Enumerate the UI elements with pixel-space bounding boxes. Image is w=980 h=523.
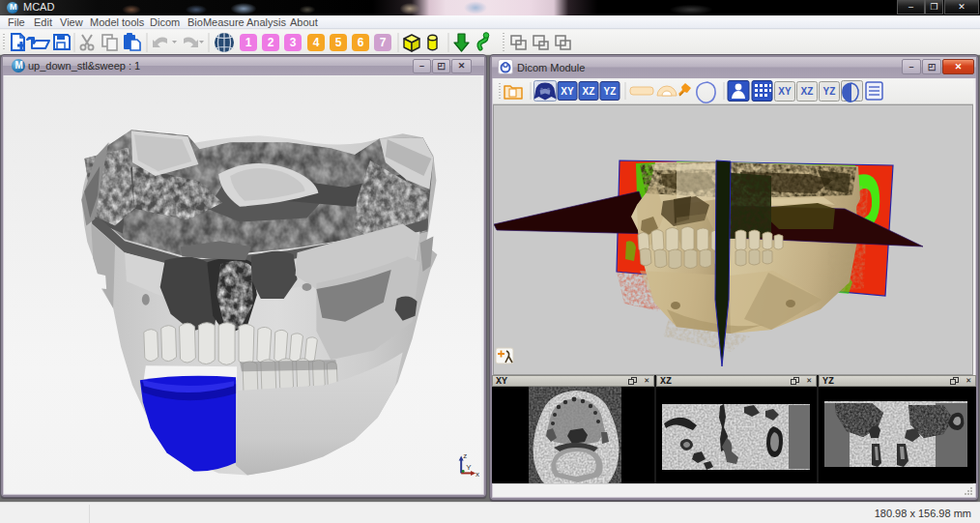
svg-text:XY: XY <box>561 86 574 97</box>
svg-text:XY: XY <box>778 86 792 97</box>
svg-text:YZ: YZ <box>823 86 836 97</box>
svg-text:x: x <box>476 470 479 479</box>
svg-text:Y: Y <box>466 463 472 472</box>
svg-text:XZ: XZ <box>801 86 814 97</box>
svg-text:z: z <box>463 451 467 460</box>
svg-text:YZ: YZ <box>604 86 617 97</box>
svg-text:XZ: XZ <box>583 86 595 97</box>
